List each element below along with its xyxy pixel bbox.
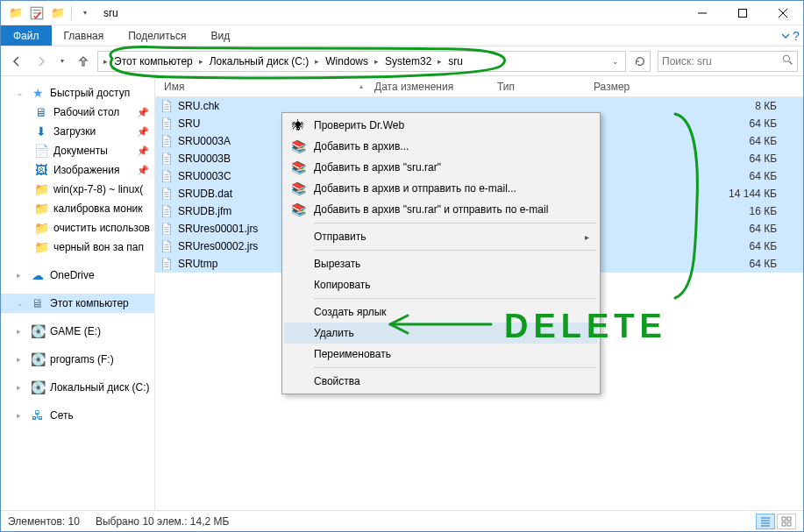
tab-file[interactable]: Файл [1,25,52,46]
close-button[interactable] [763,1,803,25]
search-box[interactable]: Поиск: sru [658,51,798,72]
status-bar: Элементов: 10 Выбрано 10 элем.: 14,2 МБ [1,510,803,531]
folder-icon: 📁 [34,240,48,254]
ctx-divider [314,250,596,251]
pin-icon: 📌 [137,107,154,118]
navpane-quick-access[interactable]: ⌄★Быстрый доступ [1,83,154,103]
recent-locations-button[interactable]: ▾ [55,51,69,72]
breadcrumb-root-chevron[interactable]: ▸ [100,57,111,66]
navigation-pane: ⌄★Быстрый доступ 🖥Рабочий стол📌 ⬇Загрузк… [1,76,155,510]
status-selected: Выбрано 10 элем.: 14,2 МБ [96,515,230,528]
qat-dropdown-icon[interactable]: ▾ [77,5,93,21]
file-size: 16 КБ [587,205,803,217]
navpane-documents[interactable]: 📄Документы📌 [1,141,154,160]
ctx-add-email[interactable]: 📚Добавить в архив и отправить по e-mail.… [284,178,598,199]
file-icon [159,170,174,182]
ribbon-expand-icon[interactable]: ? [777,25,803,46]
file-size: 64 КБ [587,223,803,235]
ctx-divider [314,223,596,223]
ctx-copy[interactable]: Копировать [284,274,598,295]
downloads-icon: ⬇ [34,124,48,138]
breadcrumb-sru[interactable]: sru [445,55,466,67]
up-button[interactable] [73,51,94,72]
svg-rect-43 [782,517,786,521]
breadcrumb-chevron[interactable]: ▸ [196,57,207,66]
file-size: 64 КБ [587,135,803,147]
navpane-pictures[interactable]: 🖼Изображения📌 [1,160,154,180]
view-details-button[interactable] [756,514,775,529]
breadcrumb-c[interactable]: Локальный диск (C:) [207,55,312,67]
navpane-folder[interactable]: 📁очистить использов [1,218,154,238]
file-size: 8 КБ [587,100,803,112]
qat-new-folder-icon[interactable]: 📁 [50,5,66,21]
svg-rect-44 [787,517,791,521]
breadcrumb-chevron[interactable]: ▸ [311,57,323,66]
search-placeholder: Поиск: sru [662,55,712,67]
ctx-delete[interactable]: Удалить [284,323,598,344]
status-item-count: Элементов: 10 [8,515,80,528]
svg-rect-46 [787,522,791,526]
file-icon [159,153,174,165]
column-header-type[interactable]: Тип [492,76,588,96]
navpane-desktop[interactable]: 🖥Рабочий стол📌 [1,103,154,122]
app-icon: 📁 [8,5,24,21]
ctx-drweb[interactable]: 🕷Проверить Dr.Web [284,115,598,136]
file-icon [159,100,174,112]
tab-home[interactable]: Главная [52,25,117,46]
ctx-rename[interactable]: Переименовать [284,344,598,365]
navpane-this-pc[interactable]: ⌄🖥Этот компьютер [1,294,154,313]
breadcrumb-chevron[interactable]: ▸ [371,57,382,66]
column-header-size[interactable]: Размер [588,76,803,96]
forward-button[interactable] [31,51,52,72]
ctx-properties[interactable]: Свойства [284,371,598,392]
navpane-drive-c[interactable]: ▸💽Локальный диск (C:) [1,378,154,397]
refresh-button[interactable] [630,51,651,72]
title-bar: 📁 📁 ▾ sru [1,1,803,25]
breadcrumb-thispc[interactable]: Этот компьютер [111,55,196,67]
column-header-date[interactable]: Дата изменения [369,76,492,96]
network-icon: 🖧 [31,408,45,422]
tab-view[interactable]: Вид [198,25,242,46]
navpane-network[interactable]: ▸🖧Сеть [1,406,154,425]
maximize-button[interactable] [722,1,763,25]
navpane-folder[interactable]: 📁калибровка моник [1,199,154,218]
ctx-create-shortcut[interactable]: Создать ярлык [284,301,598,323]
ctx-add-archive[interactable]: 📚Добавить в архив... [284,136,598,157]
search-icon[interactable] [782,54,793,68]
file-icon [159,223,174,235]
view-icons-button[interactable] [777,514,796,529]
ctx-cut[interactable]: Вырезать [284,253,598,274]
back-button[interactable] [6,51,27,72]
navpane-downloads[interactable]: ⬇Загрузки📌 [1,122,154,141]
qat-properties-icon[interactable] [29,5,45,21]
navpane-folder[interactable]: 📁черный вон за пап [1,238,154,257]
file-size: 64 КБ [587,170,803,182]
tab-share[interactable]: Поделиться [116,25,198,46]
drive-icon: 💽 [31,380,45,394]
file-icon [159,188,174,200]
context-menu: 🕷Проверить Dr.Web 📚Добавить в архив... 📚… [281,112,601,394]
minimize-button[interactable] [682,1,722,25]
svg-point-7 [783,55,789,61]
file-name: SRU.chk [174,100,367,112]
navpane-onedrive[interactable]: ▸☁OneDrive [1,266,154,285]
breadcrumb-system32[interactable]: System32 [382,55,434,67]
ctx-send-to[interactable]: Отправить▸ [284,226,598,247]
ctx-add-sru[interactable]: 📚Добавить в архив "sru.rar" [284,157,598,178]
file-size: 14 144 КБ [587,188,803,200]
breadcrumb-windows[interactable]: Windows [323,55,371,67]
address-bar[interactable]: ▸ Этот компьютер ▸ Локальный диск (C:) ▸… [97,51,626,72]
navpane-folder[interactable]: 📁win(xp-7-8) ~ linux( [1,180,154,199]
column-header-name[interactable]: Имя▴ [159,76,369,96]
breadcrumb-chevron[interactable]: ▸ [434,57,445,66]
desktop-icon: 🖥 [34,105,48,119]
file-icon [159,258,174,270]
ctx-add-sru-email[interactable]: 📚Добавить в архив "sru.rar" и отправить … [284,199,598,220]
column-headers: Имя▴ Дата изменения Тип Размер [155,76,803,97]
file-size: 64 КБ [587,153,803,165]
ctx-divider [314,367,596,368]
address-history-icon[interactable]: ⌄ [608,57,623,66]
navpane-drive-f[interactable]: ▸💽programs (F:) [1,350,154,369]
navpane-drive-e[interactable]: ▸💽GAME (E:) [1,322,154,341]
drive-icon: 💽 [31,324,45,338]
